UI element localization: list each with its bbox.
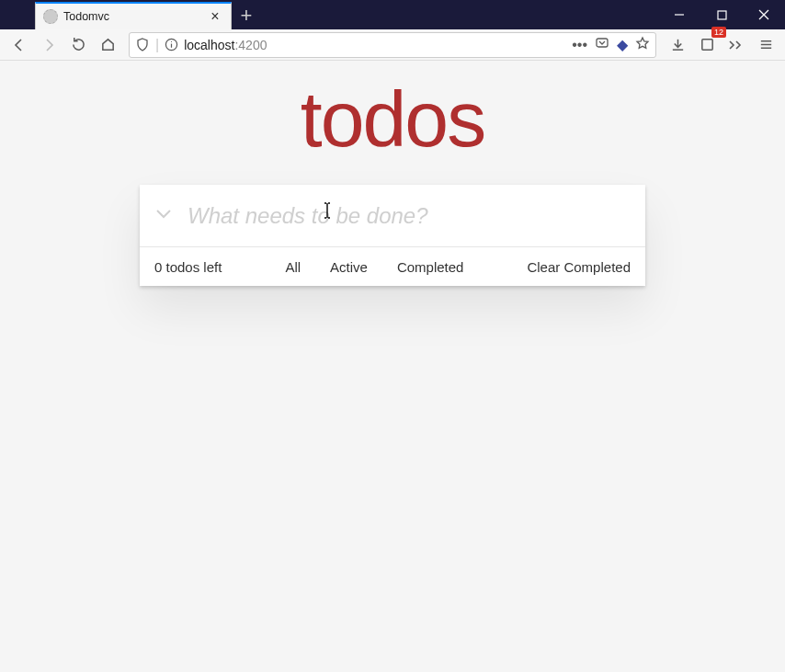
filter-active[interactable]: Active (324, 257, 374, 277)
window-controls (658, 0, 785, 29)
svg-rect-1 (718, 11, 726, 19)
more-url-icon[interactable]: ••• (572, 37, 587, 53)
tab-title: Todomvc (63, 10, 207, 23)
forward-button[interactable] (35, 32, 63, 58)
window-titlebar: Todomvc × + (0, 0, 785, 29)
page-viewport: todos 0 todos left All Active Completed … (0, 61, 785, 672)
tracking-shield-icon[interactable] (135, 38, 150, 52)
todo-count: 0 todos left (154, 259, 222, 275)
new-todo-input[interactable] (188, 203, 645, 229)
window-close-button[interactable] (743, 0, 785, 29)
filter-group: All Active Completed (222, 257, 527, 277)
browser-tab[interactable]: Todomvc × (35, 2, 232, 29)
window-minimize-button[interactable] (658, 0, 700, 29)
svg-rect-7 (597, 39, 608, 47)
address-bar[interactable]: | localhost:4200 ••• ◆ (129, 32, 656, 58)
filter-all[interactable]: All (279, 257, 307, 277)
todo-footer: 0 todos left All Active Completed Clear … (140, 247, 645, 286)
downloads-button[interactable] (664, 32, 691, 58)
site-info-icon[interactable] (165, 38, 178, 51)
url-text[interactable]: localhost:4200 (184, 38, 566, 52)
svg-rect-9 (701, 40, 711, 50)
back-button[interactable] (6, 32, 33, 58)
tab-close-icon[interactable]: × (207, 8, 223, 25)
home-button[interactable] (94, 32, 121, 58)
url-host: localhost (184, 38, 234, 52)
extension-badge: 12 (711, 27, 726, 38)
tab-strip: Todomvc × + (0, 0, 658, 29)
reload-button[interactable] (64, 32, 92, 58)
reader-pocket-icon[interactable] (595, 36, 609, 54)
clear-completed-button[interactable]: Clear Completed (527, 259, 631, 275)
overflow-chevrons-icon[interactable] (722, 32, 750, 58)
app-title: todos (140, 74, 645, 165)
toggle-all-icon[interactable] (140, 203, 188, 229)
todo-card: 0 todos left All Active Completed Clear … (140, 185, 645, 286)
container-icon[interactable]: ◆ (617, 36, 628, 53)
bookmark-star-icon[interactable] (635, 36, 650, 54)
svg-point-6 (171, 41, 172, 42)
app-menu-button[interactable] (752, 32, 779, 58)
new-todo-row (140, 185, 645, 247)
filter-completed[interactable]: Completed (391, 257, 471, 277)
extension-button[interactable]: 12 (693, 32, 721, 58)
tab-favicon (43, 9, 58, 24)
browser-toolbar: | localhost:4200 ••• ◆ 12 (0, 29, 785, 61)
new-tab-button[interactable]: + (232, 2, 261, 29)
window-maximize-button[interactable] (700, 0, 743, 29)
url-port: :4200 (234, 38, 267, 52)
